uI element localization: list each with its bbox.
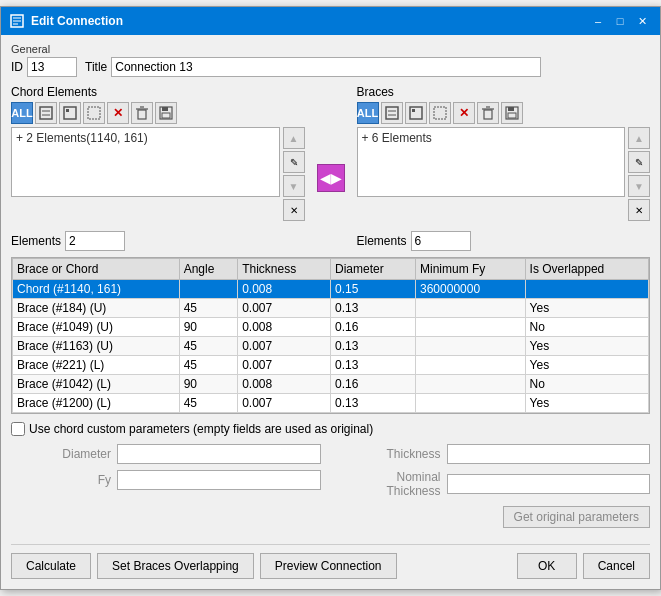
thickness-input[interactable] bbox=[447, 444, 651, 464]
bottom-bar: Calculate Set Braces Overlapping Preview… bbox=[11, 544, 650, 579]
table-cell: No bbox=[525, 375, 648, 394]
fy-input[interactable] bbox=[117, 470, 321, 490]
table-cell bbox=[416, 299, 526, 318]
braces-box-btn[interactable] bbox=[405, 102, 427, 124]
table-cell: 45 bbox=[179, 337, 238, 356]
braces-dotbox-btn[interactable] bbox=[429, 102, 451, 124]
table-cell: Chord (#1140, 161) bbox=[13, 280, 180, 299]
chord-save-btn[interactable] bbox=[155, 102, 177, 124]
chord-remove-btn[interactable]: ✕ bbox=[283, 199, 305, 221]
param-col-right: Thickness Nominal Thickness bbox=[341, 444, 651, 498]
close-button[interactable]: ✕ bbox=[632, 12, 652, 30]
table-cell: 0.008 bbox=[238, 375, 331, 394]
cancel-button[interactable]: Cancel bbox=[583, 553, 650, 579]
table-cell: 0.008 bbox=[238, 318, 331, 337]
braces-down-btn[interactable]: ▼ bbox=[628, 175, 650, 197]
panels-container: Chord Elements ALL ✕ bbox=[11, 85, 650, 221]
chord-panel-label: Chord Elements bbox=[11, 85, 305, 99]
braces-save-btn[interactable] bbox=[501, 102, 523, 124]
table-cell: 0.008 bbox=[238, 280, 331, 299]
set-braces-button[interactable]: Set Braces Overlapping bbox=[97, 553, 254, 579]
table-cell: 360000000 bbox=[416, 280, 526, 299]
chord-up-btn[interactable]: ▲ bbox=[283, 127, 305, 149]
chord-edit-btn[interactable]: ✎ bbox=[283, 151, 305, 173]
minimize-button[interactable]: – bbox=[588, 12, 608, 30]
svg-rect-20 bbox=[412, 109, 415, 112]
table-cell: 0.13 bbox=[331, 394, 416, 413]
braces-list[interactable]: + 6 Elements bbox=[357, 127, 626, 197]
fy-label: Fy bbox=[11, 473, 111, 487]
col-header-angle: Angle bbox=[179, 259, 238, 280]
thickness-row: Thickness bbox=[341, 444, 651, 464]
table-cell bbox=[416, 394, 526, 413]
custom-params-checkbox-label: Use chord custom parameters (empty field… bbox=[29, 422, 373, 436]
chord-box-btn[interactable] bbox=[59, 102, 81, 124]
chord-panel: Chord Elements ALL ✕ bbox=[11, 85, 305, 221]
calculate-button[interactable]: Calculate bbox=[11, 553, 91, 579]
table-cell: Brace (#1042) (L) bbox=[13, 375, 180, 394]
table-row[interactable]: Brace (#221) (L)450.0070.13Yes bbox=[13, 356, 649, 375]
chord-down-btn[interactable]: ▼ bbox=[283, 175, 305, 197]
braces-list-item: + 6 Elements bbox=[360, 130, 623, 146]
table-cell: Brace (#221) (L) bbox=[13, 356, 180, 375]
braces-remove-btn[interactable]: ✕ bbox=[628, 199, 650, 221]
svg-rect-19 bbox=[410, 107, 422, 119]
table-row[interactable]: Chord (#1140, 161)0.0080.15360000000 bbox=[13, 280, 649, 299]
table-cell: 45 bbox=[179, 356, 238, 375]
nominal-thickness-input[interactable] bbox=[447, 474, 651, 494]
braces-panel: Braces ALL ✕ bbox=[357, 85, 651, 221]
braces-delete-btn[interactable] bbox=[477, 102, 499, 124]
table-cell: Brace (#1049) (U) bbox=[13, 318, 180, 337]
table-cell: 0.007 bbox=[238, 299, 331, 318]
braces-select-btn[interactable] bbox=[381, 102, 403, 124]
chord-delete-btn[interactable] bbox=[131, 102, 153, 124]
col-header-diameter: Diameter bbox=[331, 259, 416, 280]
chord-elements-input[interactable] bbox=[65, 231, 125, 251]
transfer-arrows: ◀▶ bbox=[313, 85, 349, 221]
get-original-container: Get original parameters bbox=[11, 506, 650, 536]
table-cell: No bbox=[525, 318, 648, 337]
chord-list[interactable]: + 2 Elements(1140, 161) bbox=[11, 127, 280, 197]
braces-all-btn[interactable]: ALL bbox=[357, 102, 379, 124]
preview-button[interactable]: Preview Connection bbox=[260, 553, 397, 579]
braces-up-btn[interactable]: ▲ bbox=[628, 127, 650, 149]
general-row: ID Title bbox=[11, 57, 650, 77]
table-cell: 0.16 bbox=[331, 318, 416, 337]
table-cell: Yes bbox=[525, 299, 648, 318]
table-cell: Brace (#184) (U) bbox=[13, 299, 180, 318]
chord-select-btn[interactable] bbox=[35, 102, 57, 124]
get-original-button[interactable]: Get original parameters bbox=[503, 506, 650, 528]
braces-elements-input[interactable] bbox=[411, 231, 471, 251]
svg-rect-4 bbox=[40, 107, 52, 119]
maximize-button[interactable]: □ bbox=[610, 12, 630, 30]
chord-side-btns: ▲ ✎ ▼ ✕ bbox=[283, 127, 305, 221]
chord-cross-btn[interactable]: ✕ bbox=[107, 102, 129, 124]
svg-rect-26 bbox=[508, 107, 514, 111]
table-row[interactable]: Brace (#1200) (L)450.0070.13Yes bbox=[13, 394, 649, 413]
ok-button[interactable]: OK bbox=[517, 553, 577, 579]
table-body: Chord (#1140, 161)0.0080.15360000000Brac… bbox=[13, 280, 649, 413]
svg-rect-27 bbox=[508, 113, 516, 118]
window-title: Edit Connection bbox=[31, 14, 588, 28]
col-header-overlapped: Is Overlapped bbox=[525, 259, 648, 280]
braces-cross-btn[interactable]: ✕ bbox=[453, 102, 475, 124]
diameter-input[interactable] bbox=[117, 444, 321, 464]
transfer-button[interactable]: ◀▶ bbox=[317, 164, 345, 192]
nominal-thickness-label: Nominal Thickness bbox=[341, 470, 441, 498]
chord-list-item: + 2 Elements(1140, 161) bbox=[14, 130, 277, 146]
table-cell bbox=[416, 356, 526, 375]
custom-params-checkbox[interactable] bbox=[11, 422, 25, 436]
id-input[interactable] bbox=[27, 57, 77, 77]
table-row[interactable]: Brace (#1049) (U)900.0080.16No bbox=[13, 318, 649, 337]
braces-edit-btn[interactable]: ✎ bbox=[628, 151, 650, 173]
table-row[interactable]: Brace (#184) (U)450.0070.13Yes bbox=[13, 299, 649, 318]
svg-rect-9 bbox=[88, 107, 100, 119]
col-header-name: Brace or Chord bbox=[13, 259, 180, 280]
title-input[interactable] bbox=[111, 57, 541, 77]
table-row[interactable]: Brace (#1042) (L)900.0080.16No bbox=[13, 375, 649, 394]
custom-params-checkbox-row: Use chord custom parameters (empty field… bbox=[11, 422, 650, 436]
fy-row: Fy bbox=[11, 470, 321, 490]
chord-dotbox-btn[interactable] bbox=[83, 102, 105, 124]
chord-all-btn[interactable]: ALL bbox=[11, 102, 33, 124]
table-row[interactable]: Brace (#1163) (U)450.0070.13Yes bbox=[13, 337, 649, 356]
